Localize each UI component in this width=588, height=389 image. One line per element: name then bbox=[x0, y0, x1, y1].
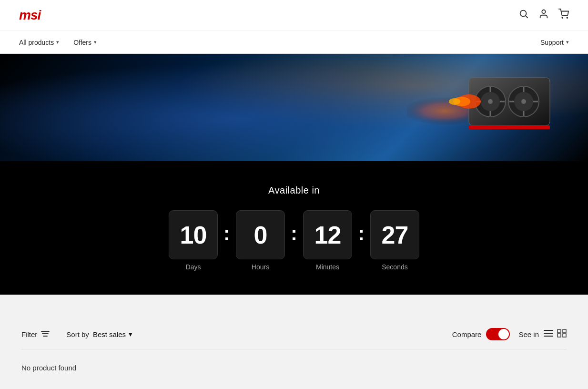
svg-rect-33 bbox=[558, 334, 561, 337]
svg-point-3 bbox=[562, 17, 563, 18]
logo[interactable]: msi bbox=[19, 8, 41, 23]
hours-label: Hours bbox=[252, 263, 269, 271]
seconds-value: 27 bbox=[370, 210, 419, 259]
svg-rect-31 bbox=[558, 329, 561, 333]
seconds-label: Seconds bbox=[382, 263, 407, 271]
svg-point-24 bbox=[449, 98, 460, 105]
compare-label: Compare bbox=[452, 330, 482, 338]
nav-item-offers[interactable]: Offers ▾ bbox=[73, 39, 97, 46]
days-value: 10 bbox=[169, 210, 218, 259]
svg-point-12 bbox=[521, 99, 526, 104]
chevron-down-icon: ▾ bbox=[566, 39, 569, 45]
filter-icon bbox=[41, 330, 50, 339]
filter-left: Filter Sort by Best sales ▾ bbox=[21, 330, 132, 339]
days-label: Days bbox=[186, 263, 201, 271]
svg-point-4 bbox=[567, 17, 568, 18]
countdown-days: 10 Days bbox=[169, 210, 218, 271]
spacer bbox=[0, 295, 588, 314]
header-icons bbox=[518, 9, 569, 22]
filter-label: Filter bbox=[21, 330, 37, 338]
countdown-hours: 0 Hours bbox=[236, 210, 285, 271]
account-icon[interactable] bbox=[538, 9, 549, 22]
countdown-timer: 10 Days : 0 Hours : 12 Minutes : 27 Seco… bbox=[10, 210, 578, 271]
sort-by-label: Sort by bbox=[66, 330, 89, 338]
nav-item-all-products[interactable]: All products ▾ bbox=[19, 39, 59, 46]
countdown-seconds: 27 Seconds bbox=[370, 210, 419, 271]
see-in-group: See in bbox=[518, 329, 567, 340]
hours-value: 0 bbox=[236, 210, 285, 259]
grid-view-icon[interactable] bbox=[557, 329, 567, 340]
nav-left: All products ▾ Offers ▾ bbox=[19, 39, 97, 46]
see-in-label: See in bbox=[518, 330, 539, 338]
sort-value-text: Best sales bbox=[93, 330, 126, 338]
chevron-down-icon: ▾ bbox=[94, 39, 97, 45]
svg-rect-32 bbox=[563, 329, 566, 333]
filter-bar: Filter Sort by Best sales ▾ C bbox=[0, 314, 588, 349]
nav-item-support[interactable]: Support ▾ bbox=[540, 39, 569, 46]
hero-banner bbox=[0, 54, 588, 161]
chevron-down-icon: ▾ bbox=[56, 39, 59, 45]
list-view-icon[interactable] bbox=[544, 329, 553, 340]
chevron-down-icon: ▾ bbox=[129, 330, 132, 338]
cart-icon[interactable] bbox=[558, 9, 569, 22]
no-product-message: No product found bbox=[21, 364, 567, 372]
countdown-minutes: 12 Minutes bbox=[303, 210, 352, 271]
countdown-section: Available in 10 Days : 0 Hours : 12 Minu… bbox=[0, 161, 588, 295]
colon-2: : bbox=[291, 222, 297, 259]
compare-toggle[interactable] bbox=[486, 328, 510, 340]
available-in-label: Available in bbox=[10, 185, 578, 196]
toggle-knob bbox=[498, 329, 509, 339]
view-icons bbox=[544, 329, 567, 340]
gpu-image bbox=[407, 63, 559, 152]
svg-line-1 bbox=[526, 16, 527, 18]
product-area: No product found bbox=[0, 349, 588, 389]
sort-dropdown[interactable]: Best sales ▾ bbox=[93, 330, 132, 338]
main-nav: All products ▾ Offers ▾ Support ▾ bbox=[0, 31, 588, 54]
search-icon[interactable] bbox=[518, 9, 529, 22]
svg-rect-34 bbox=[563, 334, 566, 337]
minutes-label: Minutes bbox=[316, 263, 339, 271]
svg-rect-21 bbox=[469, 125, 550, 129]
minutes-value: 12 bbox=[303, 210, 352, 259]
compare-group: Compare bbox=[452, 328, 510, 340]
header: msi bbox=[0, 0, 588, 31]
colon-1: : bbox=[223, 222, 230, 259]
svg-point-2 bbox=[542, 10, 545, 13]
svg-point-9 bbox=[488, 99, 493, 104]
sort-group: Sort by Best sales ▾ bbox=[66, 330, 132, 338]
filter-button[interactable]: Filter bbox=[21, 330, 50, 339]
colon-3: : bbox=[358, 222, 365, 259]
filter-row: Filter Sort by Best sales ▾ C bbox=[21, 328, 567, 349]
filter-right: Compare See in bbox=[452, 328, 567, 340]
svg-point-0 bbox=[520, 10, 527, 17]
